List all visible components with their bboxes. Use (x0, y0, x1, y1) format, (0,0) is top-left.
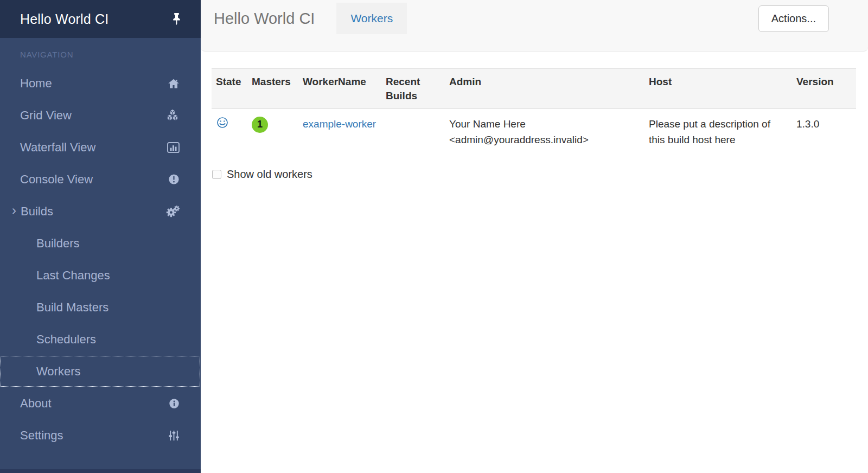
col-version: Version (792, 69, 856, 109)
show-old-workers-label: Show old workers (227, 168, 312, 181)
worker-version-cell: 1.3.0 (792, 109, 856, 155)
nav-section-label: NAVIGATION (20, 50, 181, 61)
sidebar-item-console-view[interactable]: Console View (0, 163, 201, 195)
cubes-icon (165, 109, 180, 122)
gears-icon (165, 205, 180, 218)
sidebar-item-waterfall-view[interactable]: Waterfall View (0, 131, 201, 163)
sidebar-header: Hello World CI (0, 0, 201, 38)
col-masters: Masters (247, 69, 298, 109)
bar-chart-icon (167, 142, 180, 154)
sidebar: Hello World CI NAVIGATION Home Grid View (0, 0, 201, 473)
col-state: State (212, 69, 247, 109)
main-content: Hello World CI Workers Actions... State … (201, 0, 868, 473)
sidebar-item-settings[interactable]: Settings (0, 419, 201, 451)
show-old-workers-checkbox[interactable] (212, 170, 221, 179)
table-header-row: State Masters WorkerName Recent Builds A… (212, 69, 856, 109)
sidebar-item-about[interactable]: About (0, 387, 201, 419)
info-circle-icon (168, 398, 180, 410)
masters-count-badge: 1 (252, 117, 268, 133)
top-navbar: Hello World CI Workers Actions... (201, 0, 868, 52)
sidebar-footer (0, 469, 201, 473)
exclamation-circle-icon (168, 173, 180, 186)
col-recent-builds: Recent Builds (381, 69, 445, 109)
thumbtack-icon[interactable] (171, 12, 182, 26)
app-title: Hello World CI (20, 11, 171, 27)
sidebar-item-workers[interactable]: Workers (0, 355, 201, 387)
smile-icon (216, 116, 243, 129)
col-host: Host (644, 69, 792, 109)
show-old-workers-control[interactable]: Show old workers (212, 168, 868, 181)
col-admin: Admin (445, 69, 644, 109)
col-worker-name: WorkerName (298, 69, 381, 109)
worker-host-cell: Please put a description of this build h… (644, 109, 792, 155)
chevron-right-icon: › (12, 204, 16, 217)
worker-state-cell (212, 109, 247, 155)
sidebar-item-schedulers[interactable]: Schedulers (0, 323, 201, 355)
sliders-icon (168, 430, 180, 442)
worker-admin-cell: Your Name Here <admin@youraddress.invali… (445, 109, 644, 155)
worker-name-link[interactable]: example-worker (303, 118, 376, 130)
worker-name-cell: example-worker (298, 109, 381, 155)
sidebar-item-build-masters[interactable]: Build Masters (0, 291, 201, 323)
tab-workers[interactable]: Workers (336, 3, 407, 34)
page-title: Hello World CI (214, 10, 315, 28)
sidebar-item-builds[interactable]: › Builds (0, 195, 201, 227)
table-row: 1 example-worker Your Name Here <admin@y… (212, 109, 856, 155)
workers-table: State Masters WorkerName Recent Builds A… (212, 68, 856, 155)
sidebar-item-grid-view[interactable]: Grid View (0, 99, 201, 131)
sidebar-item-home[interactable]: Home (0, 67, 201, 99)
actions-button[interactable]: Actions... (758, 5, 829, 32)
sidebar-item-last-changes[interactable]: Last Changes (0, 259, 201, 291)
home-icon (167, 78, 180, 90)
sidebar-item-builders[interactable]: Builders (0, 227, 201, 259)
worker-masters-cell: 1 (247, 109, 298, 155)
worker-recent-builds-cell (381, 109, 445, 155)
